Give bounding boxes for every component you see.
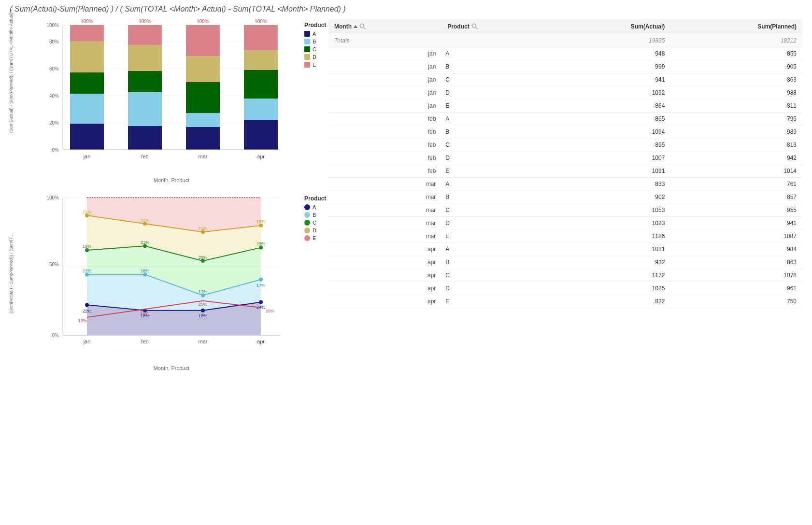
cell-month: mar xyxy=(328,178,442,191)
bar-apr-C xyxy=(244,70,278,99)
chart1-x-axis-label: Month, Product xyxy=(43,177,299,183)
cell-month: feb xyxy=(328,152,442,165)
cell-month: jan xyxy=(328,86,442,99)
th-product[interactable]: Product xyxy=(442,19,551,34)
legend-color-A xyxy=(304,31,310,37)
legend-item-B: B xyxy=(304,39,326,44)
x-label-apr: apr xyxy=(257,154,265,159)
bar-mar-C xyxy=(186,82,220,113)
svg-text:16%: 16% xyxy=(256,219,265,224)
svg-text:20%: 20% xyxy=(266,309,274,313)
legend2-label-D: D xyxy=(313,227,316,233)
bar-apr-A xyxy=(244,120,278,150)
cell-sum-actual: 941 xyxy=(552,73,671,86)
cell-sum-planned: 1014 xyxy=(670,165,802,178)
legend2-label-C: C xyxy=(313,220,316,226)
data-table: Month Product xyxy=(328,19,802,308)
legend-label-E: E xyxy=(313,62,316,68)
cell-sum-planned: 795 xyxy=(670,113,802,126)
cell-month: apr xyxy=(328,243,442,256)
cell-month: mar xyxy=(328,204,442,217)
legend-item-E: E xyxy=(304,62,326,68)
svg-text:13%: 13% xyxy=(78,318,87,323)
legend-color-B xyxy=(304,39,310,44)
cell-sum-actual: 1023 xyxy=(552,217,671,230)
cell-sum-planned: 989 xyxy=(670,126,802,139)
svg-text:100%: 100% xyxy=(46,195,59,200)
bar-apr-B xyxy=(244,99,278,120)
chart2-x-apr: apr xyxy=(257,339,265,344)
cell-month: apr xyxy=(328,295,442,308)
cell-sum-planned: 961 xyxy=(670,282,802,295)
table-row: janA948855 xyxy=(328,47,802,60)
legend2-color-B xyxy=(304,212,310,218)
svg-text:25%: 25% xyxy=(83,210,91,214)
search-month-icon[interactable] xyxy=(359,23,366,30)
cell-product: B xyxy=(442,126,551,139)
table-row: febC895813 xyxy=(328,139,802,152)
cell-sum-planned: 863 xyxy=(670,256,802,269)
chart2-with-legend: (Sum(Actual) - Sum(Planned)) / (Sum(T...… xyxy=(10,193,324,371)
cell-product: B xyxy=(442,60,551,73)
chart2-y-axis-label: (Sum(Actual) - Sum(Planned)) / (Sum(T... xyxy=(9,251,14,313)
chart2-x-mar: mar xyxy=(199,339,208,344)
cell-sum-planned: 1087 xyxy=(670,230,802,243)
cell-sum-actual: 1081 xyxy=(552,243,671,256)
table-row: febE10911014 xyxy=(328,165,802,178)
table-row: febA865795 xyxy=(328,113,802,126)
bar-mar-E xyxy=(186,25,220,56)
search-product-icon[interactable] xyxy=(471,23,478,30)
bar-mar-B xyxy=(186,113,220,127)
svg-text:18%: 18% xyxy=(83,244,91,249)
chart1-wrapper: (Sum(Actual) - Sum(Planned)) / (Sum(TOTA… xyxy=(10,19,299,183)
cell-sum-actual: 902 xyxy=(552,191,671,204)
cell-product: B xyxy=(442,191,551,204)
table-row: aprB932863 xyxy=(328,256,802,269)
legend-item-D: D xyxy=(304,54,326,60)
cell-month: jan xyxy=(328,99,442,113)
cell-product: E xyxy=(442,230,551,243)
cell-sum-planned: 857 xyxy=(670,191,802,204)
sort-month-icon[interactable] xyxy=(354,25,357,28)
page-container: ( Sum(Actual)-Sum(Planned) ) / ( Sum(TOT… xyxy=(0,0,812,376)
th-month[interactable]: Month xyxy=(328,19,442,34)
cell-sum-planned: 1078 xyxy=(670,269,802,282)
table-row: janB999905 xyxy=(328,60,802,73)
chart1-container: (Sum(Actual) - Sum(Planned)) / (Sum(TOTA… xyxy=(10,19,324,183)
chart1-y-axis-label: (Sum(Actual) - Sum(Planned)) / (Sum(TOTA… xyxy=(9,70,14,133)
bar-jan-B xyxy=(70,94,104,124)
bar-mar-A xyxy=(186,127,220,150)
svg-text:0%: 0% xyxy=(52,147,59,153)
svg-text:100%: 100% xyxy=(46,23,59,28)
table-row: janD1092988 xyxy=(328,86,802,99)
cell-sum-actual: 1172 xyxy=(552,269,671,282)
table-row: marC1053955 xyxy=(328,204,802,217)
cell-sum-actual: 833 xyxy=(552,178,671,191)
svg-text:18%: 18% xyxy=(199,313,207,318)
cell-sum-actual: 895 xyxy=(552,139,671,152)
bar-apr-label: 100% xyxy=(255,19,267,24)
cell-sum-actual: 1094 xyxy=(552,126,671,139)
legend-label-A: A xyxy=(313,31,316,37)
table-row: marE11861087 xyxy=(328,230,802,243)
table-row: janE864811 xyxy=(328,99,802,113)
bar-apr-E xyxy=(244,25,278,50)
totals-sum-actual: 19835 xyxy=(552,34,671,47)
legend2-item-B: B xyxy=(304,212,326,218)
point-apr-A xyxy=(259,300,263,304)
cell-product: B xyxy=(442,256,551,269)
bar-jan-label: 100% xyxy=(81,19,93,24)
bar-apr-D xyxy=(244,50,278,70)
bar-feb-B xyxy=(128,92,162,126)
cell-product: A xyxy=(442,47,551,60)
cell-sum-planned: 750 xyxy=(670,295,802,308)
svg-text:19%: 19% xyxy=(141,311,149,315)
legend2-label-E: E xyxy=(313,235,316,241)
cell-sum-actual: 832 xyxy=(552,295,671,308)
legend-item-A: A xyxy=(304,31,326,37)
svg-text:25%: 25% xyxy=(199,255,207,260)
bar-feb-label: 100% xyxy=(139,19,151,24)
cell-sum-actual: 1091 xyxy=(552,165,671,178)
svg-text:21%: 21% xyxy=(199,226,207,231)
svg-text:16%: 16% xyxy=(141,218,149,223)
